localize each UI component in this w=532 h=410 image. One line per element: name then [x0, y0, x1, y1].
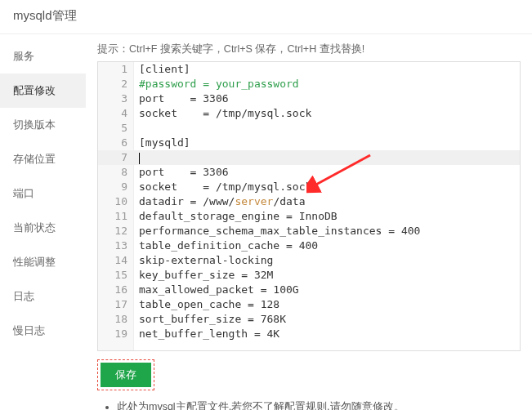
line-code: port = 3306 [134, 91, 229, 106]
line-number: 14 [98, 253, 134, 268]
save-highlight: 保存 [97, 359, 154, 390]
line-code: max_allowed_packet = 100G [134, 283, 299, 297]
line-code: sort_buffer_size = 768K [134, 312, 286, 327]
line-number: 15 [98, 268, 134, 283]
line-code: table_definition_cache = 400 [134, 238, 318, 253]
line-code [134, 150, 140, 165]
line-code: port = 3306 [134, 165, 229, 180]
sidebar-item-3[interactable]: 存储位置 [0, 142, 86, 176]
line-code: performance_schema_max_table_instances =… [134, 224, 420, 238]
panel-body: 服务配置修改切换版本存储位置端口当前状态性能调整日志慢日志 提示：Ctrl+F … [0, 34, 532, 410]
editor-hint: 提示：Ctrl+F 搜索关键字，Ctrl+S 保存，Ctrl+H 查找替换! [97, 42, 521, 56]
text-cursor [139, 153, 140, 164]
editor-line[interactable]: 2#password = your_password [98, 77, 520, 91]
editor-line[interactable]: 10datadir = /www/server/data [98, 194, 520, 209]
editor-line[interactable]: 17table_open_cache = 128 [98, 297, 520, 312]
line-number: 8 [98, 165, 134, 180]
line-number: 16 [98, 283, 134, 297]
sidebar: 服务配置修改切换版本存储位置端口当前状态性能调整日志慢日志 [0, 34, 86, 410]
editor-line[interactable]: 3port = 3306 [98, 91, 520, 106]
line-code: #password = your_password [134, 77, 299, 91]
editor-line[interactable]: 15key_buffer_size = 32M [98, 268, 520, 283]
editor-line[interactable]: 16max_allowed_packet = 100G [98, 283, 520, 297]
editor-line[interactable]: 5 [98, 121, 520, 136]
line-number: 9 [98, 180, 134, 194]
panel-title: mysqld管理 [0, 0, 532, 34]
editor-line[interactable]: 4socket = /tmp/mysql.sock [98, 106, 520, 121]
line-number: 12 [98, 224, 134, 238]
editor-line[interactable]: 19net_buffer_length = 4K [98, 327, 520, 341]
line-code: socket = /tmp/mysql.sock [134, 180, 311, 194]
editor-line[interactable]: 11default_storage_engine = InnoDB [98, 209, 520, 224]
footer-note: 此处为mysql主配置文件,若您不了解配置规则,请勿随意修改。 [97, 400, 521, 410]
note-text: 此处为mysql主配置文件,若您不了解配置规则,请勿随意修改。 [117, 400, 521, 410]
editor-line[interactable]: 13table_definition_cache = 400 [98, 238, 520, 253]
editor-line[interactable]: 8port = 3306 [98, 165, 520, 180]
line-number: 11 [98, 209, 134, 224]
config-editor[interactable]: 1[client]2#password = your_password3port… [97, 61, 521, 351]
line-number: 7 [98, 150, 134, 165]
line-number: 3 [98, 91, 134, 106]
line-code: [mysqld] [134, 136, 190, 150]
line-code: net_buffer_length = 4K [134, 327, 279, 341]
line-code: table_open_cache = 128 [134, 297, 279, 312]
sidebar-item-0[interactable]: 服务 [0, 39, 86, 74]
line-number: 18 [98, 312, 134, 327]
sidebar-item-4[interactable]: 端口 [0, 176, 86, 211]
line-code: default_storage_engine = InnoDB [134, 209, 338, 224]
editor-line[interactable]: 9socket = /tmp/mysql.sock [98, 180, 520, 194]
mysqld-panel: mysqld管理 服务配置修改切换版本存储位置端口当前状态性能调整日志慢日志 提… [0, 0, 532, 410]
line-number: 13 [98, 238, 134, 253]
line-code: [client] [134, 62, 190, 77]
editor-line[interactable]: 12performance_schema_max_table_instances… [98, 224, 520, 238]
line-number: 5 [98, 121, 134, 136]
line-code: datadir = /www/server/data [134, 194, 306, 209]
save-button[interactable]: 保存 [101, 363, 151, 387]
line-code: skip-external-locking [134, 253, 273, 268]
line-number: 6 [98, 136, 134, 150]
line-number: 4 [98, 106, 134, 121]
line-number: 19 [98, 327, 134, 341]
sidebar-item-8[interactable]: 慢日志 [0, 314, 86, 348]
sidebar-item-7[interactable]: 日志 [0, 279, 86, 314]
line-number: 2 [98, 77, 134, 91]
editor-line[interactable]: 1[client] [98, 62, 520, 77]
sidebar-item-6[interactable]: 性能调整 [0, 245, 86, 279]
main-area: 提示：Ctrl+F 搜索关键字，Ctrl+S 保存，Ctrl+H 查找替换! 1… [86, 34, 532, 410]
sidebar-item-1[interactable]: 配置修改 [0, 74, 86, 108]
line-number: 10 [98, 194, 134, 209]
editor-line[interactable]: 6[mysqld] [98, 136, 520, 150]
editor-line[interactable]: 14skip-external-locking [98, 253, 520, 268]
sidebar-item-2[interactable]: 切换版本 [0, 108, 86, 142]
line-code: key_buffer_size = 32M [134, 268, 273, 283]
editor-lines: 1[client]2#password = your_password3port… [98, 62, 520, 341]
editor-line[interactable]: 18sort_buffer_size = 768K [98, 312, 520, 327]
line-number: 17 [98, 297, 134, 312]
line-number: 1 [98, 62, 134, 77]
line-code: socket = /tmp/mysql.sock [134, 106, 311, 121]
editor-line[interactable]: 7 [98, 150, 520, 165]
sidebar-item-5[interactable]: 当前状态 [0, 211, 86, 245]
